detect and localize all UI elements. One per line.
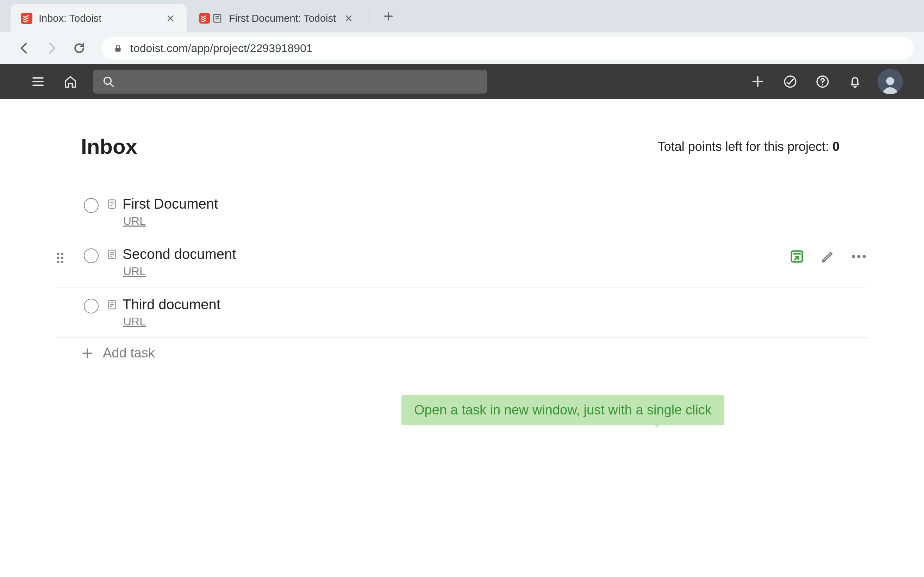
svg-point-18 bbox=[852, 255, 855, 258]
tab-title: First Document: Todoist bbox=[229, 13, 336, 24]
task-actions bbox=[788, 248, 867, 265]
task-row[interactable]: Third document URL bbox=[57, 287, 867, 338]
svg-point-14 bbox=[57, 261, 60, 263]
search-input[interactable] bbox=[93, 70, 487, 93]
plus-icon bbox=[81, 347, 94, 359]
task-title: Second document bbox=[123, 246, 236, 262]
drag-handle-icon[interactable] bbox=[56, 252, 65, 264]
close-icon[interactable] bbox=[342, 12, 355, 25]
more-button[interactable] bbox=[850, 248, 867, 265]
new-tab-button[interactable] bbox=[378, 6, 398, 26]
browser-chrome: Inbox: Todoist First Document: Todoist bbox=[0, 0, 924, 64]
back-button[interactable] bbox=[14, 38, 34, 58]
task-title: First Document bbox=[123, 196, 218, 212]
address-bar[interactable]: todoist.com/app/project/2293918901 bbox=[102, 37, 913, 60]
points-summary: Total points left for this project: 0 bbox=[658, 139, 840, 154]
home-button[interactable] bbox=[61, 72, 80, 92]
task-body: Second document URL bbox=[107, 246, 236, 278]
svg-rect-3 bbox=[115, 48, 120, 52]
todoist-icon bbox=[21, 13, 32, 24]
edit-button[interactable] bbox=[819, 248, 837, 265]
page-title: Inbox bbox=[81, 134, 137, 159]
svg-point-13 bbox=[61, 257, 63, 259]
add-task-label: Add task bbox=[103, 345, 155, 361]
tooltip-text: Open a task in new window, just with a s… bbox=[414, 403, 712, 417]
help-button[interactable] bbox=[813, 72, 832, 92]
task-row[interactable]: First Document URL bbox=[57, 187, 867, 237]
svg-point-5 bbox=[785, 76, 796, 87]
tab-favicons bbox=[199, 13, 223, 24]
forward-button[interactable] bbox=[42, 38, 62, 58]
notifications-button[interactable] bbox=[845, 72, 865, 92]
address-bar-row: todoist.com/app/project/2293918901 bbox=[0, 32, 924, 64]
url-text: todoist.com/app/project/2293918901 bbox=[130, 42, 313, 55]
app-topbar bbox=[0, 64, 924, 99]
document-icon bbox=[107, 198, 118, 210]
svg-point-8 bbox=[886, 77, 895, 85]
avatar[interactable] bbox=[877, 69, 903, 94]
reload-button[interactable] bbox=[69, 38, 89, 58]
task-url[interactable]: URL bbox=[123, 214, 218, 228]
document-icon bbox=[107, 249, 118, 260]
close-icon[interactable] bbox=[164, 12, 177, 25]
svg-point-11 bbox=[61, 253, 63, 255]
search-icon bbox=[102, 74, 115, 89]
lock-icon bbox=[113, 44, 123, 53]
document-icon bbox=[107, 299, 118, 310]
browser-tab-inactive[interactable]: First Document: Todoist bbox=[189, 4, 365, 32]
svg-point-7 bbox=[822, 84, 823, 85]
task-list: First Document URL Second document URL bbox=[0, 187, 924, 338]
points-prefix: Total points left for this project: bbox=[658, 139, 832, 154]
task-url[interactable]: URL bbox=[123, 315, 220, 328]
task-url[interactable]: URL bbox=[123, 265, 236, 278]
svg-point-20 bbox=[863, 255, 866, 258]
header-row: Inbox Total points left for this project… bbox=[0, 134, 924, 187]
add-task-button[interactable]: Add task bbox=[0, 338, 924, 361]
productivity-button[interactable] bbox=[780, 72, 800, 92]
task-body: Third document URL bbox=[107, 297, 220, 328]
tooltip: Open a task in new window, just with a s… bbox=[401, 395, 724, 425]
task-checkbox[interactable] bbox=[84, 198, 99, 213]
task-title: Third document bbox=[123, 297, 220, 313]
browser-tab-active[interactable]: Inbox: Todoist bbox=[11, 4, 187, 32]
tab-title: Inbox: Todoist bbox=[39, 13, 102, 24]
task-row[interactable]: Second document URL bbox=[57, 237, 867, 287]
open-in-new-window-button[interactable] bbox=[788, 248, 806, 265]
task-checkbox[interactable] bbox=[84, 248, 99, 263]
main-content: Inbox Total points left for this project… bbox=[0, 99, 924, 361]
task-checkbox[interactable] bbox=[84, 299, 99, 313]
menu-button[interactable] bbox=[28, 72, 48, 92]
quick-add-button[interactable] bbox=[748, 72, 768, 92]
task-body: First Document URL bbox=[107, 196, 218, 228]
points-value: 0 bbox=[832, 139, 840, 154]
svg-point-10 bbox=[57, 253, 60, 255]
svg-point-12 bbox=[57, 257, 60, 259]
svg-point-19 bbox=[857, 255, 860, 258]
svg-point-15 bbox=[61, 261, 63, 263]
tab-strip: Inbox: Todoist First Document: Todoist bbox=[0, 0, 924, 32]
